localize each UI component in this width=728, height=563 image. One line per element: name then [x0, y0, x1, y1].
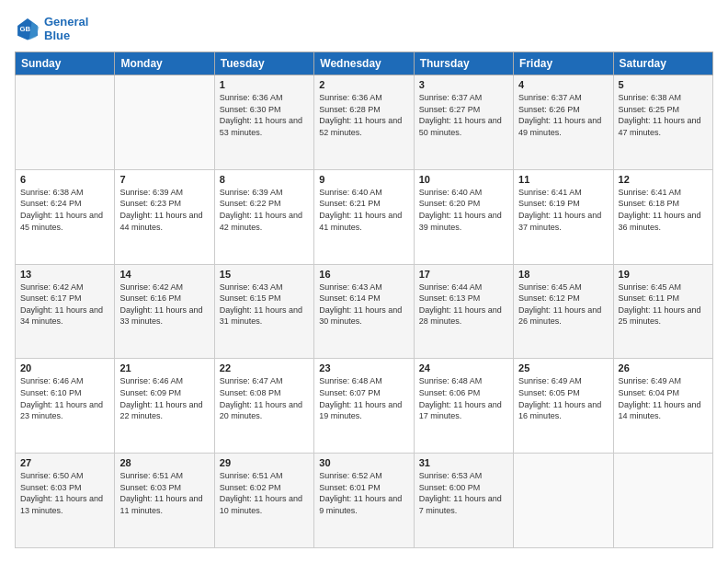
- week-row-3: 13Sunrise: 6:42 AM Sunset: 6:17 PM Dayli…: [16, 264, 713, 359]
- day-number: 28: [119, 457, 209, 468]
- calendar-cell: 25Sunrise: 6:49 AM Sunset: 6:05 PM Dayli…: [514, 359, 613, 454]
- week-row-1: 1Sunrise: 6:36 AM Sunset: 6:30 PM Daylig…: [16, 75, 713, 170]
- calendar-cell: 2Sunrise: 6:36 AM Sunset: 6:28 PM Daylig…: [314, 75, 414, 170]
- cell-info: Sunrise: 6:51 AM Sunset: 6:03 PM Dayligh…: [119, 470, 209, 516]
- col-header-friday: Friday: [514, 52, 613, 75]
- cell-info: Sunrise: 6:41 AM Sunset: 6:19 PM Dayligh…: [518, 187, 608, 233]
- day-number: 12: [619, 174, 708, 185]
- day-number: 10: [419, 174, 508, 185]
- cell-info: Sunrise: 6:40 AM Sunset: 6:20 PM Dayligh…: [419, 187, 508, 233]
- calendar-cell: 30Sunrise: 6:52 AM Sunset: 6:01 PM Dayli…: [314, 454, 414, 548]
- calendar-cell: 20Sunrise: 6:46 AM Sunset: 6:10 PM Dayli…: [16, 359, 115, 454]
- day-number: 30: [319, 457, 408, 468]
- calendar-cell: 7Sunrise: 6:39 AM Sunset: 6:23 PM Daylig…: [115, 169, 214, 264]
- col-header-sunday: Sunday: [16, 52, 115, 75]
- page: GB General Blue SundayMondayTuesdayWedne…: [0, 0, 728, 563]
- day-number: 29: [220, 457, 309, 468]
- day-number: 20: [20, 362, 109, 373]
- logo: GB General Blue: [15, 15, 88, 42]
- day-number: 27: [20, 457, 109, 468]
- cell-info: Sunrise: 6:48 AM Sunset: 6:06 PM Dayligh…: [419, 375, 508, 421]
- day-number: 9: [319, 174, 408, 185]
- cell-info: Sunrise: 6:41 AM Sunset: 6:18 PM Dayligh…: [619, 187, 708, 233]
- day-number: 11: [518, 174, 608, 185]
- calendar-cell: 15Sunrise: 6:43 AM Sunset: 6:15 PM Dayli…: [214, 264, 313, 359]
- day-number: 25: [518, 362, 608, 373]
- day-number: 21: [119, 362, 209, 373]
- week-row-4: 20Sunrise: 6:46 AM Sunset: 6:10 PM Dayli…: [16, 359, 713, 454]
- calendar-cell: 23Sunrise: 6:48 AM Sunset: 6:07 PM Dayli…: [314, 359, 414, 454]
- calendar: SundayMondayTuesdayWednesdayThursdayFrid…: [15, 52, 713, 548]
- day-number: 19: [619, 269, 708, 280]
- calendar-header-row: SundayMondayTuesdayWednesdayThursdayFrid…: [16, 52, 713, 75]
- svg-text:GB: GB: [19, 25, 30, 33]
- calendar-cell: 4Sunrise: 6:37 AM Sunset: 6:26 PM Daylig…: [514, 75, 613, 170]
- col-header-thursday: Thursday: [414, 52, 513, 75]
- calendar-cell: 14Sunrise: 6:42 AM Sunset: 6:16 PM Dayli…: [115, 264, 214, 359]
- day-number: 7: [119, 174, 209, 185]
- day-number: 15: [220, 269, 309, 280]
- calendar-cell: 21Sunrise: 6:46 AM Sunset: 6:09 PM Dayli…: [115, 359, 214, 454]
- day-number: 6: [20, 174, 109, 185]
- day-number: 16: [319, 269, 408, 280]
- cell-info: Sunrise: 6:37 AM Sunset: 6:27 PM Dayligh…: [419, 92, 508, 138]
- day-number: 24: [419, 362, 508, 373]
- calendar-cell: 31Sunrise: 6:53 AM Sunset: 6:00 PM Dayli…: [414, 454, 513, 548]
- cell-info: Sunrise: 6:37 AM Sunset: 6:26 PM Dayligh…: [518, 92, 608, 138]
- calendar-cell: 19Sunrise: 6:45 AM Sunset: 6:11 PM Dayli…: [613, 264, 712, 359]
- cell-info: Sunrise: 6:53 AM Sunset: 6:00 PM Dayligh…: [419, 470, 508, 516]
- cell-info: Sunrise: 6:42 AM Sunset: 6:16 PM Dayligh…: [119, 282, 209, 327]
- day-number: 26: [619, 362, 708, 373]
- cell-info: Sunrise: 6:46 AM Sunset: 6:09 PM Dayligh…: [119, 375, 209, 421]
- cell-info: Sunrise: 6:42 AM Sunset: 6:17 PM Dayligh…: [20, 282, 109, 327]
- cell-info: Sunrise: 6:38 AM Sunset: 6:24 PM Dayligh…: [20, 187, 109, 233]
- day-number: 18: [518, 269, 608, 280]
- calendar-cell: [514, 454, 613, 548]
- logo-icon: GB: [15, 16, 40, 41]
- week-row-5: 27Sunrise: 6:50 AM Sunset: 6:03 PM Dayli…: [16, 454, 713, 548]
- calendar-cell: [613, 454, 712, 548]
- logo-text: General Blue: [44, 15, 88, 42]
- calendar-cell: [115, 75, 214, 170]
- calendar-cell: 3Sunrise: 6:37 AM Sunset: 6:27 PM Daylig…: [414, 75, 513, 170]
- day-number: 8: [220, 174, 309, 185]
- col-header-monday: Monday: [115, 52, 214, 75]
- cell-info: Sunrise: 6:52 AM Sunset: 6:01 PM Dayligh…: [319, 470, 408, 516]
- col-header-wednesday: Wednesday: [314, 52, 414, 75]
- cell-info: Sunrise: 6:38 AM Sunset: 6:25 PM Dayligh…: [619, 92, 708, 138]
- day-number: 2: [319, 79, 408, 90]
- calendar-cell: 16Sunrise: 6:43 AM Sunset: 6:14 PM Dayli…: [314, 264, 414, 359]
- calendar-cell: 22Sunrise: 6:47 AM Sunset: 6:08 PM Dayli…: [214, 359, 313, 454]
- cell-info: Sunrise: 6:51 AM Sunset: 6:02 PM Dayligh…: [220, 470, 309, 516]
- day-number: 5: [619, 79, 708, 90]
- cell-info: Sunrise: 6:39 AM Sunset: 6:22 PM Dayligh…: [220, 187, 309, 233]
- day-number: 14: [119, 269, 209, 280]
- cell-info: Sunrise: 6:49 AM Sunset: 6:04 PM Dayligh…: [619, 375, 708, 421]
- calendar-cell: 8Sunrise: 6:39 AM Sunset: 6:22 PM Daylig…: [214, 169, 313, 264]
- calendar-cell: 6Sunrise: 6:38 AM Sunset: 6:24 PM Daylig…: [16, 169, 115, 264]
- calendar-cell: 13Sunrise: 6:42 AM Sunset: 6:17 PM Dayli…: [16, 264, 115, 359]
- col-header-saturday: Saturday: [613, 52, 712, 75]
- calendar-cell: 18Sunrise: 6:45 AM Sunset: 6:12 PM Dayli…: [514, 264, 613, 359]
- header: GB General Blue: [15, 15, 713, 42]
- col-header-tuesday: Tuesday: [214, 52, 313, 75]
- cell-info: Sunrise: 6:46 AM Sunset: 6:10 PM Dayligh…: [20, 375, 109, 421]
- day-number: 22: [220, 362, 309, 373]
- calendar-cell: 27Sunrise: 6:50 AM Sunset: 6:03 PM Dayli…: [16, 454, 115, 548]
- cell-info: Sunrise: 6:36 AM Sunset: 6:30 PM Dayligh…: [220, 92, 309, 138]
- week-row-2: 6Sunrise: 6:38 AM Sunset: 6:24 PM Daylig…: [16, 169, 713, 264]
- calendar-cell: 24Sunrise: 6:48 AM Sunset: 6:06 PM Dayli…: [414, 359, 513, 454]
- day-number: 23: [319, 362, 408, 373]
- cell-info: Sunrise: 6:49 AM Sunset: 6:05 PM Dayligh…: [518, 375, 608, 421]
- calendar-cell: 17Sunrise: 6:44 AM Sunset: 6:13 PM Dayli…: [414, 264, 513, 359]
- cell-info: Sunrise: 6:43 AM Sunset: 6:15 PM Dayligh…: [220, 282, 309, 327]
- calendar-cell: [16, 75, 115, 170]
- calendar-cell: 9Sunrise: 6:40 AM Sunset: 6:21 PM Daylig…: [314, 169, 414, 264]
- cell-info: Sunrise: 6:47 AM Sunset: 6:08 PM Dayligh…: [220, 375, 309, 421]
- calendar-cell: 29Sunrise: 6:51 AM Sunset: 6:02 PM Dayli…: [214, 454, 313, 548]
- cell-info: Sunrise: 6:36 AM Sunset: 6:28 PM Dayligh…: [319, 92, 408, 138]
- calendar-cell: 11Sunrise: 6:41 AM Sunset: 6:19 PM Dayli…: [514, 169, 613, 264]
- day-number: 4: [518, 79, 608, 90]
- calendar-cell: 1Sunrise: 6:36 AM Sunset: 6:30 PM Daylig…: [214, 75, 313, 170]
- cell-info: Sunrise: 6:48 AM Sunset: 6:07 PM Dayligh…: [319, 375, 408, 421]
